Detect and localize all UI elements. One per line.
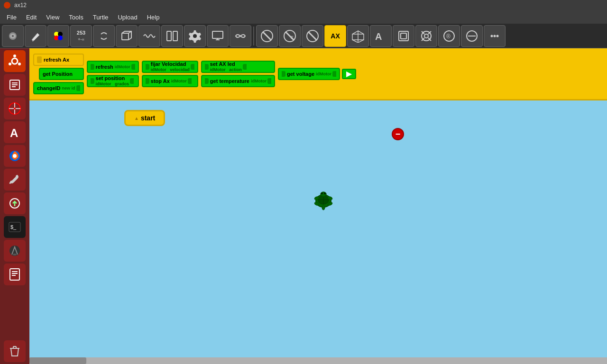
svg-point-6: [58, 36, 63, 40]
titlebar: ax12: [0, 0, 607, 10]
number-tool-btn[interactable]: 253 +-=: [70, 25, 92, 47]
svg-point-74: [322, 193, 323, 194]
gettemperature-label: get temperature: [210, 78, 249, 84]
stop1-tool-btn[interactable]: [256, 25, 278, 47]
svg-point-36: [491, 35, 493, 37]
block-group-3: fijar Velocidad idMotor velocidad stop A…: [142, 61, 198, 87]
menu-help[interactable]: Help: [142, 12, 165, 23]
getvoltage-sublabel: idMotor: [316, 72, 331, 76]
svg-rect-8: [167, 31, 171, 41]
box2-tool-btn[interactable]: [393, 25, 414, 47]
repeat-tool-btn[interactable]: [93, 25, 115, 47]
toolbar-sep-1: [253, 27, 254, 46]
svg-point-51: [14, 108, 16, 109]
changeid-label: changeID: [37, 85, 61, 91]
svg-point-27: [424, 34, 428, 38]
scrollbar[interactable]: [29, 357, 607, 364]
setposition-block[interactable]: set position idMotor grados: [87, 75, 139, 87]
getvoltage-label: get voltage: [287, 71, 314, 77]
changeid-block[interactable]: changeID new id: [33, 82, 84, 94]
start-block[interactable]: start: [124, 110, 165, 126]
getid-label: get Position: [43, 71, 73, 77]
toolbox-palette: refresh Ax get Position changeID new id …: [29, 48, 607, 100]
main-area: A $_: [0, 48, 607, 364]
sidebar-text[interactable]: A: [4, 121, 26, 143]
box-tool-btn[interactable]: [116, 25, 138, 47]
stop3-tool-btn[interactable]: [302, 25, 323, 47]
getposition-block[interactable]: refresh idMotor: [87, 61, 139, 73]
svg-rect-9: [173, 31, 177, 41]
setaxled-block[interactable]: set AX led idMotor action: [201, 61, 275, 73]
svg-text:®: ®: [446, 33, 451, 40]
sidebar-editor[interactable]: [4, 264, 26, 285]
svg-point-54: [13, 154, 17, 158]
stopax-sublabel: idMotor: [171, 79, 187, 83]
arrow-right-btn[interactable]: ▶: [342, 69, 356, 79]
menu-turtle[interactable]: Turtle: [88, 12, 113, 23]
split-tool-btn[interactable]: [161, 25, 183, 47]
menu-view[interactable]: View: [41, 12, 64, 23]
svg-text:E: E: [291, 35, 294, 40]
scroll-thumb[interactable]: [29, 357, 86, 364]
svg-point-43: [9, 63, 11, 65]
sidebar: A $_: [0, 48, 29, 364]
getposition-label: refresh: [96, 64, 113, 70]
block-group-5: get voltage idMotor ▶: [278, 68, 356, 80]
infinity-tool-btn[interactable]: [230, 25, 251, 47]
svg-rect-11: [212, 31, 223, 38]
sidebar-updates[interactable]: [4, 192, 26, 214]
sidebar-terminal[interactable]: $_: [4, 216, 26, 238]
color-tool-btn[interactable]: [47, 25, 69, 47]
block-group-1: refresh Ax get Position changeID new id: [33, 54, 84, 94]
svg-rect-7: [122, 33, 129, 40]
svg-point-37: [494, 35, 496, 37]
font-tool-btn[interactable]: A: [370, 25, 392, 47]
menu-file[interactable]: File: [2, 12, 21, 23]
fijarvelocidad-label: fijar Velocidad: [151, 61, 190, 67]
svg-text:A: A: [375, 31, 382, 42]
getposition-sublabel: idMotor: [115, 64, 130, 69]
getvoltage-block[interactable]: get voltage idMotor: [278, 68, 340, 80]
gettemperature-sublabel: idMotor: [251, 79, 267, 83]
sidebar-inkscape[interactable]: [4, 240, 26, 262]
sidebar-compass[interactable]: [4, 98, 26, 119]
fijarvelocidad-block[interactable]: fijar Velocidad idMotor velocidad: [142, 61, 198, 73]
sidebar-firefox[interactable]: [4, 145, 26, 167]
sidebar-ubuntu[interactable]: [4, 50, 26, 72]
menu-edit[interactable]: Edit: [21, 12, 41, 23]
wave-tool-btn[interactable]: [138, 25, 160, 47]
fijarvelocidad-sublabels: idMotor velocidad: [151, 67, 190, 73]
menu-tools[interactable]: Tools: [64, 12, 88, 23]
svg-text:$_: $_: [10, 224, 17, 230]
svg-text:A: A: [10, 127, 18, 139]
stop2-tool-btn[interactable]: E: [279, 25, 301, 47]
palette-collapse-btn[interactable]: −: [392, 128, 404, 140]
sidebar-tools[interactable]: [4, 169, 26, 191]
start-label: start: [141, 114, 155, 122]
menu-upload[interactable]: Upload: [113, 12, 142, 23]
refresh-block[interactable]: refresh Ax: [33, 54, 84, 66]
gear-tool-btn[interactable]: [184, 25, 206, 47]
svg-point-2: [12, 35, 14, 37]
getid-block[interactable]: get Position: [39, 68, 84, 80]
dots-tool-btn[interactable]: [484, 25, 506, 47]
monitor-tool-btn[interactable]: [207, 25, 229, 47]
refresh-label: refresh Ax: [44, 57, 69, 63]
grid-tool-btn[interactable]: [347, 25, 369, 47]
menubar: File Edit View Tools Turtle Upload Help: [0, 10, 607, 24]
canvas-area[interactable]: refresh Ax get Position changeID new id …: [29, 48, 607, 364]
stopax-block[interactable]: stop Ax idMotor: [142, 75, 198, 87]
pen-tool-btn[interactable]: [25, 25, 46, 47]
minus-circle-tool-btn[interactable]: [461, 25, 483, 47]
ubuntu-circle: [4, 2, 10, 9]
registered-tool-btn[interactable]: ®: [438, 25, 460, 47]
block-group-4: set AX led idMotor action get temperatur…: [201, 61, 275, 87]
ax-tool-btn[interactable]: AX: [324, 25, 346, 47]
sidebar-files[interactable]: [4, 74, 26, 96]
canvas-turtle[interactable]: [309, 186, 338, 220]
turtle-tool-btn[interactable]: [2, 25, 24, 47]
gettemperature-block[interactable]: get temperature idMotor: [201, 75, 275, 87]
sidebar-trash[interactable]: [4, 340, 26, 362]
circle-x-tool-btn[interactable]: [415, 25, 437, 47]
svg-point-38: [497, 35, 499, 37]
